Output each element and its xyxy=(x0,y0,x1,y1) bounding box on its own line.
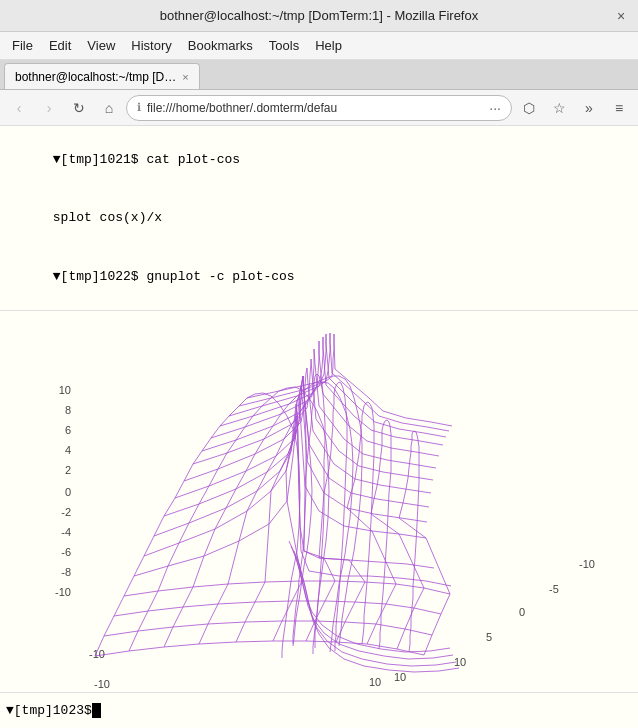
tab-domterm[interactable]: bothner@localhost:~/tmp [D… × xyxy=(4,63,200,89)
forward-button[interactable]: › xyxy=(36,95,62,121)
svg-text:2: 2 xyxy=(65,464,71,476)
menu-edit[interactable]: Edit xyxy=(41,34,79,57)
svg-text:-8: -8 xyxy=(61,566,71,578)
tab-label: bothner@localhost:~/tmp [D… xyxy=(15,70,176,84)
terminal-prompt-2: ▼[tmp]1022$ gnuplot -c plot-cos xyxy=(53,269,295,284)
reload-button[interactable]: ↻ xyxy=(66,95,92,121)
svg-text:5: 5 xyxy=(486,631,492,643)
legend-label: cos(x)/x xyxy=(349,311,395,312)
svg-text:-10: -10 xyxy=(94,678,110,690)
menu-view[interactable]: View xyxy=(79,34,123,57)
svg-text:10: 10 xyxy=(369,676,381,688)
pocket-button[interactable]: ⬡ xyxy=(516,95,542,121)
svg-text:-5: -5 xyxy=(549,583,559,595)
tab-close-button[interactable]: × xyxy=(182,71,188,83)
terminal-top: ▼[tmp]1021$ cat plot-cos splot cos(x)/x … xyxy=(0,126,638,311)
main-content: ▼[tmp]1021$ cat plot-cos splot cos(x)/x … xyxy=(0,126,638,728)
terminal-prompt-1: ▼[tmp]1021$ cat plot-cos xyxy=(53,152,240,167)
svg-text:6: 6 xyxy=(65,424,71,436)
tabbar: bothner@localhost:~/tmp [D… × xyxy=(0,60,638,90)
nav-action-icons: ⬡ ☆ » ≡ xyxy=(516,95,632,121)
terminal-output-1: splot cos(x)/x xyxy=(53,210,162,225)
expand-button[interactable]: » xyxy=(576,95,602,121)
bookmark-button[interactable]: ☆ xyxy=(546,95,572,121)
terminal-line-3: ▼[tmp]1022$ gnuplot -c plot-cos xyxy=(6,247,632,306)
navbar: ‹ › ↻ ⌂ ℹ file:///home/bothner/.domterm/… xyxy=(0,90,638,126)
svg-text:10: 10 xyxy=(394,671,406,683)
back-button[interactable]: ‹ xyxy=(6,95,32,121)
url-options-button[interactable]: ··· xyxy=(489,100,501,116)
svg-text:-10: -10 xyxy=(89,648,105,660)
svg-text:8: 8 xyxy=(65,404,71,416)
hamburger-menu-button[interactable]: ≡ xyxy=(606,95,632,121)
svg-text:-4: -4 xyxy=(61,526,71,538)
close-button[interactable]: × xyxy=(612,7,630,25)
address-bar[interactable]: ℹ file:///home/bothner/.domterm/defau ··… xyxy=(126,95,512,121)
menu-bookmarks[interactable]: Bookmarks xyxy=(180,34,261,57)
svg-text:10: 10 xyxy=(59,384,71,396)
terminal-line-2: splot cos(x)/x xyxy=(6,189,632,248)
terminal-line-1: ▼[tmp]1021$ cat plot-cos xyxy=(6,130,632,189)
svg-text:4: 4 xyxy=(65,444,71,456)
cursor xyxy=(92,703,101,718)
terminal-prompt-3: ▼[tmp]1023$ xyxy=(6,703,92,718)
home-button[interactable]: ⌂ xyxy=(96,95,122,121)
url-text: file:///home/bothner/.domterm/defau xyxy=(147,101,483,115)
svg-text:0: 0 xyxy=(519,606,525,618)
menu-file[interactable]: File xyxy=(4,34,41,57)
window-title: bothner@localhost:~/tmp [DomTerm:1] - Mo… xyxy=(26,8,612,23)
menu-help[interactable]: Help xyxy=(307,34,350,57)
gnuplot-chart: cos(x)/x 10 8 6 4 2 0 -2 -4 -6 -8 -10 10… xyxy=(39,311,599,693)
terminal-bottom[interactable]: ▼[tmp]1023$ xyxy=(0,692,638,728)
menu-history[interactable]: History xyxy=(123,34,179,57)
svg-text:5: 5 xyxy=(289,691,295,692)
menubar: File Edit View History Bookmarks Tools H… xyxy=(0,32,638,60)
titlebar: bothner@localhost:~/tmp [DomTerm:1] - Mo… xyxy=(0,0,638,32)
security-icon: ℹ xyxy=(137,101,141,114)
svg-text:-5: -5 xyxy=(149,691,159,692)
svg-text:-6: -6 xyxy=(61,546,71,558)
svg-text:-2: -2 xyxy=(61,506,71,518)
svg-text:-10: -10 xyxy=(55,586,71,598)
plot-area: cos(x)/x 10 8 6 4 2 0 -2 -4 -6 -8 -10 10… xyxy=(0,311,638,693)
menu-tools[interactable]: Tools xyxy=(261,34,307,57)
svg-text:0: 0 xyxy=(65,486,71,498)
svg-text:-10: -10 xyxy=(579,558,595,570)
